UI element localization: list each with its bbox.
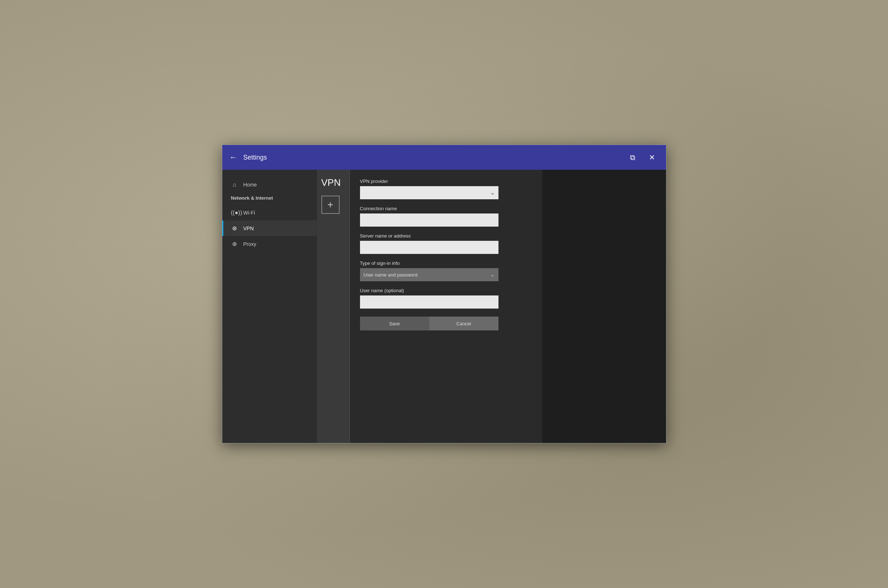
add-vpn-form: VPN provider Windows (built-in) Connecti…	[350, 170, 542, 443]
window-title: Settings	[243, 154, 626, 161]
sidebar-proxy-label: Proxy	[243, 241, 256, 247]
back-button[interactable]: ←	[230, 153, 238, 162]
server-name-label: Server name or address	[360, 233, 532, 238]
vpn-icon: ⊛	[231, 225, 238, 232]
sidebar-home-label: Home	[243, 182, 257, 188]
username-group: User name (optional)	[360, 288, 532, 309]
sidebar-section-label: Network & Internet	[222, 192, 317, 205]
sidebar: ⌂ Home Network & Internet ((●)) Wi-Fi ⊛ …	[222, 170, 317, 443]
sidebar-wifi-label: Wi-Fi	[243, 210, 255, 216]
sidebar-vpn-label: VPN	[243, 225, 254, 231]
sign-in-type-label: Type of sign-in info	[360, 261, 532, 266]
form-actions: Save Cancel	[360, 316, 498, 330]
server-name-input[interactable]	[360, 241, 498, 254]
connection-name-group: Connection name	[360, 206, 532, 226]
connection-name-label: Connection name	[360, 206, 532, 211]
restore-button[interactable]: ⧉	[626, 151, 639, 164]
vpn-provider-select[interactable]: Windows (built-in)	[360, 186, 498, 199]
vpn-provider-select-wrapper: Windows (built-in)	[360, 186, 498, 199]
vpn-panel-title: VPN	[321, 177, 341, 188]
vpn-list-panel: VPN +	[317, 170, 350, 443]
sidebar-item-proxy[interactable]: ⊕ Proxy	[222, 236, 317, 252]
sign-in-type-select-wrapper: User name and password Smart card One-ti…	[360, 268, 498, 281]
proxy-icon: ⊕	[231, 240, 238, 248]
add-vpn-button[interactable]: +	[321, 196, 340, 214]
right-edge-panel	[542, 170, 666, 443]
username-label: User name (optional)	[360, 288, 532, 293]
sidebar-item-vpn[interactable]: ⊛ VPN	[222, 220, 317, 236]
connection-name-input[interactable]	[360, 213, 498, 226]
sign-in-type-select[interactable]: User name and password Smart card One-ti…	[360, 268, 498, 281]
title-bar: ← Settings ⧉ ✕	[222, 145, 666, 170]
vpn-provider-label: VPN provider	[360, 178, 532, 184]
settings-window: ← Settings ⧉ ✕ ⌂ Home Network & Internet…	[222, 145, 666, 443]
save-button[interactable]: Save	[360, 316, 429, 330]
window-controls: ⧉ ✕	[626, 151, 659, 164]
main-content: ⌂ Home Network & Internet ((●)) Wi-Fi ⊛ …	[222, 170, 666, 443]
home-icon: ⌂	[231, 182, 238, 188]
cancel-button[interactable]: Cancel	[429, 316, 498, 330]
wifi-icon: ((●))	[231, 210, 238, 216]
sign-in-type-group: Type of sign-in info User name and passw…	[360, 261, 532, 281]
vpn-provider-group: VPN provider Windows (built-in)	[360, 178, 532, 199]
username-input[interactable]	[360, 296, 498, 309]
sidebar-item-wifi[interactable]: ((●)) Wi-Fi	[222, 205, 317, 220]
close-button[interactable]: ✕	[646, 151, 659, 164]
sidebar-item-home[interactable]: ⌂ Home	[222, 177, 317, 192]
server-name-group: Server name or address	[360, 233, 532, 254]
